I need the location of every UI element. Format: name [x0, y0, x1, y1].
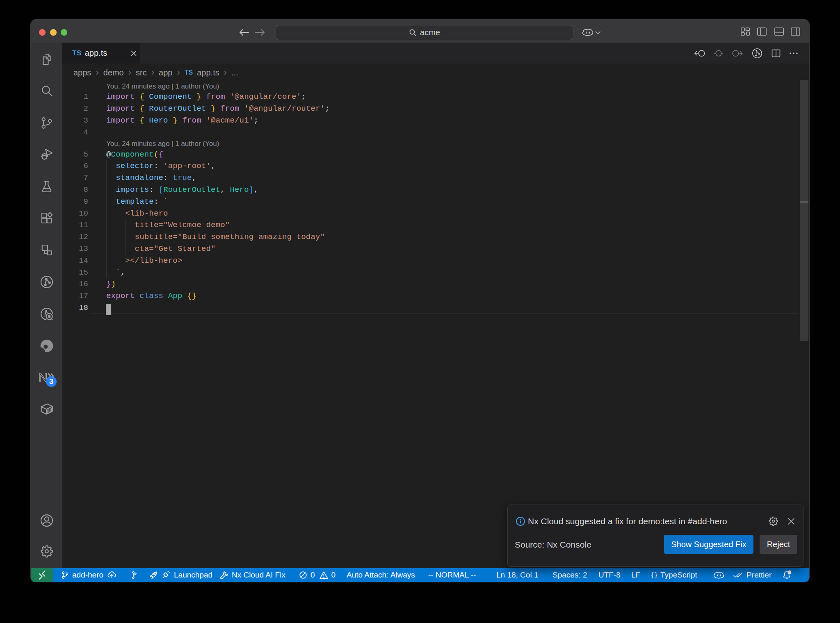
svg-text:3: 3 [49, 377, 53, 386]
